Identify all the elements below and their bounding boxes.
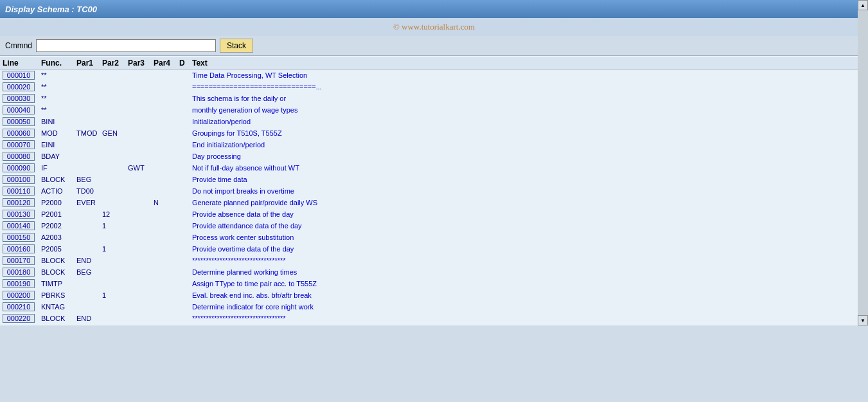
title-bar: Display Schema : TC00 [0, 0, 868, 18]
cell-text: Time Data Processing, WT Selection [192, 71, 865, 79]
cell-text: ==============================... [192, 83, 865, 91]
rows-container: 000010 ** Time Data Processing, WT Selec… [0, 69, 868, 324]
cell-line-value: 000140 [3, 221, 35, 230]
header-text: Text [192, 59, 865, 68]
command-input[interactable] [36, 39, 216, 52]
cell-line-value: 000120 [3, 198, 35, 207]
table-row[interactable]: 000030 ** This schema is for the daily o… [0, 93, 868, 104]
cell-par1: END [76, 257, 102, 264]
cell-par1: EVER [76, 199, 102, 206]
cell-par3: GWT [128, 164, 154, 172]
cell-line-value: 000080 [3, 152, 35, 161]
table-row[interactable]: 000220 BLOCK END ***********************… [0, 313, 868, 324]
cell-func: P2005 [41, 245, 76, 253]
header-d: D [179, 59, 192, 68]
cell-line-value: 000210 [3, 302, 35, 311]
cell-func: BLOCK [41, 257, 76, 264]
content-area: Line Func. Par1 Par2 Par3 Par4 D Text 00… [0, 56, 868, 325]
cell-par1: TMOD [76, 129, 102, 137]
table-row[interactable]: 000210 KNTAG Determine indicator for cor… [0, 301, 868, 313]
cell-par1: BEG [76, 268, 102, 276]
cell-func: BDAY [41, 152, 76, 160]
table-row[interactable]: 000020 ** ==============================… [0, 81, 868, 93]
cell-line-value: 000180 [3, 268, 35, 277]
table-row[interactable]: 000080 BDAY Day processing [0, 151, 868, 162]
cell-text: Do not import breaks in overtime [192, 187, 865, 195]
cell-text: Assign TType to time pair acc. to T555Z [192, 280, 865, 288]
table-row[interactable]: 000090 IF GWT Not if full-day absence wi… [0, 162, 868, 174]
cell-line-value: 000110 [3, 187, 35, 196]
cell-line-value: 000040 [3, 105, 35, 114]
title-text: Display Schema : TC00 [5, 5, 97, 14]
cell-par2: GEN [102, 129, 128, 137]
table-row[interactable]: 000150 A2003 Process work center substit… [0, 232, 868, 243]
table-row[interactable]: 000130 P2001 12 Provide absence data of … [0, 208, 868, 220]
header-par3: Par3 [128, 59, 154, 68]
main-window: Display Schema : TC00 © www.tutorialkart… [0, 0, 868, 325]
cell-text: Eval. break end inc. abs. bfr/aftr break [192, 291, 865, 299]
scroll-up-button[interactable]: ▲ [858, 0, 868, 10]
column-headers: Line Func. Par1 Par2 Par3 Par4 D Text [0, 57, 868, 69]
cell-text: Provide attendance data of the day [192, 222, 865, 230]
cell-line-value: 000020 [3, 82, 35, 91]
cell-line-value: 000160 [3, 244, 35, 253]
table-row[interactable]: 000070 EINI End initialization/period [0, 139, 868, 151]
header-func: Func. [41, 59, 76, 68]
table-row[interactable]: 000190 TIMTP Assign TType to time pair a… [0, 278, 868, 289]
watermark: © www.tutorialkart.com [0, 18, 868, 36]
table-row[interactable]: 000100 BLOCK BEG Provide time data [0, 174, 868, 185]
cell-func: EINI [41, 141, 76, 149]
cell-par2: 1 [102, 222, 128, 230]
cell-text: Provide absence data of the day [192, 210, 865, 218]
cell-text: Determine planned working times [192, 268, 865, 276]
cell-func: A2003 [41, 233, 76, 241]
cell-func: MOD [41, 129, 76, 137]
cell-func: P2001 [41, 210, 76, 218]
cell-func: BINI [41, 118, 76, 125]
stack-button[interactable]: Stack [220, 39, 253, 53]
cell-line-value: 000050 [3, 117, 35, 126]
table-row[interactable]: 000050 BINI Initialization/period [0, 116, 868, 127]
cell-par4: N [154, 199, 179, 206]
cell-func: ** [41, 83, 76, 91]
cell-par2: 12 [102, 210, 128, 218]
table-row[interactable]: 000060 MOD TMOD GEN Groupings for T510S,… [0, 127, 868, 139]
cell-text: monthly generation of wage types [192, 106, 865, 114]
scroll-track [858, 10, 868, 315]
table-row[interactable]: 000010 ** Time Data Processing, WT Selec… [0, 69, 868, 81]
cell-func: KNTAG [41, 303, 76, 311]
cell-line-value: 000200 [3, 291, 35, 300]
table-row[interactable]: 000170 BLOCK END ***********************… [0, 255, 868, 266]
cell-func: ACTIO [41, 187, 76, 195]
scroll-down-button[interactable]: ▼ [858, 315, 868, 325]
table-row[interactable]: 000200 PBRKS 1 Eval. break end inc. abs.… [0, 289, 868, 301]
cell-line-value: 000220 [3, 314, 35, 323]
cell-line-value: 000130 [3, 210, 35, 219]
cell-func: BLOCK [41, 268, 76, 276]
cell-line-value: 000030 [3, 94, 35, 103]
table-row[interactable]: 000180 BLOCK BEG Determine planned worki… [0, 266, 868, 278]
table-row[interactable]: 000140 P2002 1 Provide attendance data o… [0, 220, 868, 232]
cell-func: BLOCK [41, 176, 76, 183]
cell-line-value: 000100 [3, 175, 35, 184]
table-row[interactable]: 000110 ACTIO TD00 Do not import breaks i… [0, 185, 868, 197]
cell-text: This schema is for the daily or [192, 95, 865, 102]
cell-par1: TD00 [76, 187, 102, 195]
table-row[interactable]: 000040 ** monthly generation of wage typ… [0, 104, 868, 116]
table-row[interactable]: 000120 P2000 EVER N Generate planned pai… [0, 197, 868, 208]
cell-text: Process work center substitution [192, 233, 865, 241]
header-par1: Par1 [76, 59, 102, 68]
cell-text: Day processing [192, 152, 865, 160]
cell-line-value: 000010 [3, 71, 35, 80]
toolbar: Cmmnd Stack [0, 36, 868, 56]
header-line: Line [3, 59, 41, 68]
table-row[interactable]: 000160 P2005 1 Provide overtime data of … [0, 243, 868, 255]
cell-func: P2000 [41, 199, 76, 206]
cell-line-value: 000150 [3, 233, 35, 242]
cell-text: Initialization/period [192, 118, 865, 125]
cell-func: BLOCK [41, 315, 76, 322]
cell-text: End initialization/period [192, 141, 865, 149]
cell-line-value: 000190 [3, 279, 35, 288]
cell-text: ********************************** [192, 257, 865, 264]
cell-func: IF [41, 164, 76, 172]
